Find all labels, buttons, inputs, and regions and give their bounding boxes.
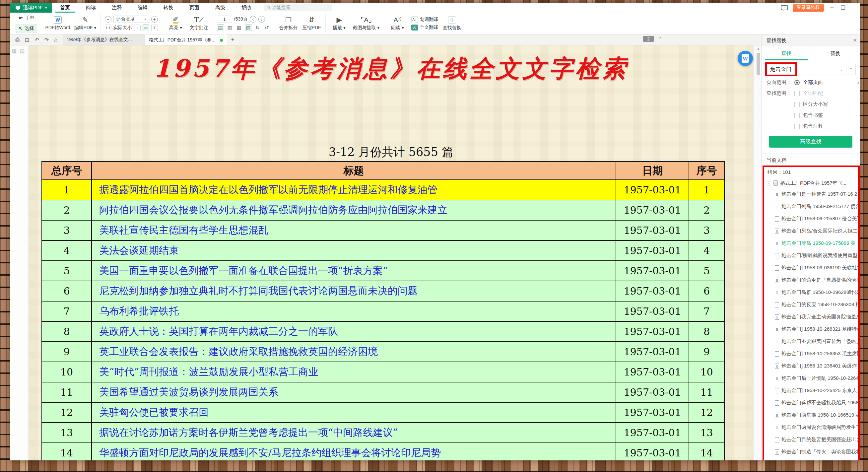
scroll-up-icon[interactable]: ▲ <box>755 45 762 51</box>
compress-pdf-button[interactable]: ⇵ 压缩PDF <box>302 16 321 31</box>
grid-layout-icon[interactable]: ▦ <box>236 25 243 31</box>
article-link[interactable]: 英工业联合会发表报告：建议政府采取措施挽救英国的经济困境 <box>99 346 378 357</box>
search-result-item[interactable]: 炮击金门制造「停火」舆论妄图我将 <box>767 446 858 458</box>
screenshot-extract-button[interactable]: ⌜A⌟ 截图与提取 ▾ <box>353 16 380 31</box>
article-link[interactable]: 美法会谈延期结束 <box>99 245 179 256</box>
article-link[interactable]: 美国一面重申要以色列撤军一面准备在联合国提出一项“折衷方案” <box>99 265 388 276</box>
thumbnail-panel-icon[interactable]: ▦ <box>12 48 17 54</box>
search-result-item[interactable]: 炮击金门蒋帮不会骚扰我船只 1958- <box>767 397 858 409</box>
article-link[interactable]: 美国希望通过美波贸易谈判发展两国关系 <box>99 386 278 398</box>
article-link[interactable]: 乌布利希批评铁托 <box>99 305 179 317</box>
floating-pdf-to-word-button[interactable]: W <box>738 51 753 66</box>
search-result-item[interactable]: 炮击金门两周说台湾海峡局势发生了 <box>767 421 858 434</box>
pdf-to-word-button[interactable]: W PDF转Word <box>45 16 70 31</box>
highlight-button[interactable]: ✐ 高亮 ▾ <box>166 16 185 31</box>
article-link[interactable]: 美驻匈公使已被要求召回 <box>99 406 209 418</box>
collapse-toolbar-icon[interactable]: ⌃ <box>658 36 662 41</box>
search-result-item[interactable]: 炮击金门列岛 1958-09-215777 侵台 <box>767 200 858 213</box>
find-input[interactable]: 炮击金门 ⌄ ⌃ <box>766 64 856 75</box>
edit-pdf-button[interactable]: ✎ 编辑PDF ▾ <box>74 16 96 31</box>
article-link[interactable]: 据透露阿拉伯四国首脑决定在以色列撤军以前无限期停止清理运河和修复油管 <box>99 184 437 195</box>
collapse-node-icon[interactable]: − <box>767 181 771 185</box>
find-prev-icon[interactable]: ⌃ <box>846 64 856 75</box>
search-result-item[interactable]: 炮击金门] 1958-10-256353 毛主席同 <box>767 348 858 360</box>
word-translate-button[interactable]: A₊ 划词翻译 <box>411 16 438 23</box>
text-annotation-button[interactable]: T⟋ 文字批注 <box>189 16 209 31</box>
full-translate-button[interactable]: A 全文翻译 <box>411 25 438 31</box>
fit-width-toggle[interactable]: ▭ <box>143 25 149 31</box>
save-icon[interactable]: ⊡ <box>25 37 29 43</box>
article-link[interactable]: 据说在讨论苏加诺方案时各伊斯兰党曾考虑提出一项“中间路线建议” <box>99 427 398 438</box>
menu-tab-页面[interactable]: 页面 <box>181 3 207 12</box>
search-result-item[interactable]: 炮击金门的反应 1958-10-286308 柯 <box>767 298 858 311</box>
all-pages-radio[interactable] <box>794 80 800 85</box>
search-result-item[interactable]: 炮击金门是一种警告 1957-07-16 23 <box>767 188 858 200</box>
search-result-item[interactable]: 炮击金门岛群 1958-10-296288叶公 <box>767 286 858 298</box>
bookmark-panel-icon[interactable]: ▤ <box>20 48 25 54</box>
select-tool-button[interactable]: ↖ 选择 <box>16 24 37 33</box>
search-result-item[interactable]: 炮击金门目的是要把美国强盗赶出台 <box>767 434 858 446</box>
search-result-item[interactable]: 炮击金门列岛/合众国际社说大担二担 <box>767 225 858 237</box>
search-result-item[interactable]: 炮击金门不要跟美国宣传为「侵略」 <box>767 335 858 348</box>
tab-find[interactable]: 查找 <box>762 46 811 60</box>
login-button[interactable]: 登录享特权 <box>793 4 824 11</box>
menu-tab-首页[interactable]: 首页 <box>52 3 78 12</box>
include-comments-checkbox[interactable] <box>794 124 800 129</box>
search-result-item[interactable]: 炮击金门的命令是「自愿提供的情报 <box>767 274 858 286</box>
menu-tab-高级[interactable]: 高级 <box>207 3 233 12</box>
read-aloud-button[interactable]: A⁾⁾ 朗读 ▾ <box>388 16 407 31</box>
search-result-item[interactable]: 炮击金门] 1958-10-226425 东京人士 <box>767 384 858 397</box>
scrollbar-thumb[interactable] <box>756 53 760 75</box>
home-icon[interactable]: ⌂ <box>54 37 57 43</box>
search-result-item[interactable]: 炮击金门我完全主动美国务院恼羞成 <box>767 311 858 323</box>
tab-replace[interactable]: 替换 <box>811 46 860 60</box>
menu-tab-编辑[interactable]: 编辑 <box>130 3 156 12</box>
fit-page-toggle[interactable]: ⁘ <box>134 25 141 31</box>
article-link[interactable]: 英政府人士说：英国打算在两年内裁减三分之一的军队 <box>99 325 338 337</box>
prev-page-button[interactable]: ‹ <box>250 16 256 23</box>
single-page-layout-icon[interactable]: ▤ <box>217 25 224 31</box>
search-result-item[interactable]: 炮击金门] 1958-10-266321 基维特到 <box>767 323 858 335</box>
document-tab-2[interactable]: 格式工厂PDF合并 1957年《参... <box>145 34 227 45</box>
actual-size-icon[interactable]: 1:1 <box>105 25 112 31</box>
zoom-in-button[interactable]: + <box>151 16 158 23</box>
panel-close-icon[interactable]: ✕ <box>853 34 857 46</box>
article-link[interactable]: 美联社宣传民主德国有些学生思想混乱 <box>99 224 268 236</box>
rotate-right-icon[interactable]: ↻ <box>254 25 261 31</box>
article-link[interactable]: 阿拉伯四国会议公报要以色列无条件撤军强调阿拉伯防务应由阿拉伯国家来建立 <box>99 204 447 216</box>
new-tab-button[interactable]: + <box>227 34 239 45</box>
zoom-level-select[interactable]: 适合宽度▾ <box>114 15 149 23</box>
search-result-item[interactable]: 炮击金门] 1958-10-236401 美爆炸 <box>767 360 858 372</box>
find-replace-button[interactable]: Q 查找替换 <box>442 16 462 31</box>
undo-icon[interactable]: ↶ <box>34 37 39 43</box>
article-link[interactable]: 美“时代”周刊报道：波兰鼓励发展小型私营工商业 <box>99 366 318 377</box>
menu-tab-注释[interactable]: 注释 <box>104 3 130 12</box>
minimize-button[interactable]: ─ <box>829 5 835 11</box>
menu-tab-阅读[interactable]: 阅读 <box>78 3 104 12</box>
search-result-item[interactable]: 炮击金门后一片慌乱 1958-10-2264 <box>767 372 858 384</box>
play-button[interactable]: ▶ 播放 ▾ <box>330 16 349 31</box>
text-reflow-toggle[interactable]: T <box>151 25 158 31</box>
article-link[interactable]: 华盛顿方面对印尼政局的发展感到不安/马尼拉条约组织理事会将讨论印尼局势 <box>99 447 441 459</box>
zoom-out-button[interactable]: − <box>105 16 112 23</box>
merge-split-button[interactable]: ❐ 合并拆分 <box>279 16 298 31</box>
search-result-item[interactable]: 炮击金门] 1958-09-036190 美联社报 <box>767 262 858 274</box>
feedback-chat-icon[interactable]: ··· <box>781 5 788 10</box>
vertical-scrollbar[interactable]: ▲ <box>755 45 762 461</box>
whole-word-checkbox[interactable] <box>794 91 800 96</box>
find-next-icon[interactable]: ⌄ <box>837 64 846 75</box>
search-result-item[interactable]: 炮击金门等岛 1958-09-175889 美 <box>767 237 858 249</box>
search-result-item[interactable]: 炮击金门两星期 1958-10-166519 美 <box>767 409 858 421</box>
feature-search-input[interactable]: ⊞ 功能搜索 <box>264 4 332 11</box>
print-icon[interactable]: ⎙ <box>15 37 20 43</box>
case-sensitive-checkbox[interactable] <box>794 102 800 107</box>
search-result-item[interactable]: 炮击金门] 1958-09-205807 侵台美军 <box>767 213 858 225</box>
next-page-button[interactable]: › <box>258 16 265 23</box>
menu-tab-帮助[interactable]: 帮助 <box>233 3 259 12</box>
menu-tab-转换[interactable]: 转换 <box>156 3 181 12</box>
article-link[interactable]: 尼克松到加纳参加独立典礼时不打算同我国代表讨论两国悬而未决的问题 <box>99 285 417 296</box>
search-result-item[interactable]: 炮击金门两周诬蔑我国防部命令是一 <box>767 458 858 461</box>
app-menu-button[interactable]: 迅读PDF ▾ <box>10 3 52 12</box>
hand-tool-button[interactable]: ☛ 手型 <box>16 14 37 23</box>
search-result-item[interactable]: 炮击金门/柳雕鹤图说我将使用重型的大 <box>767 249 858 262</box>
